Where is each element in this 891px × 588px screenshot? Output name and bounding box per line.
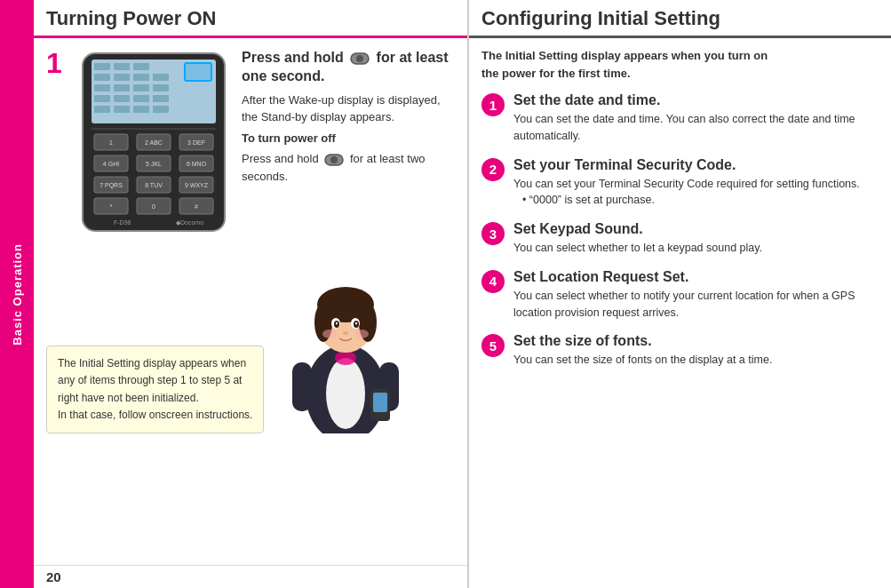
svg-point-54 [326,358,365,429]
right-title: Configuring Initial Setting [481,7,879,30]
character-illustration [274,256,417,433]
right-intro: The Initial Setting display appears when… [481,47,879,82]
svg-rect-7 [114,74,130,81]
config-step-title-1: Set the date and time. [513,92,879,108]
config-step-title-3: Set Keypad Sound. [513,221,762,237]
config-step-content-4: Set Location Request Set.You can select … [513,269,879,322]
svg-rect-16 [133,95,149,102]
config-step-2: 2Set your Terminal Security Code.You can… [481,157,879,210]
config-step-content-5: Set the size of fonts.You can set the si… [513,333,772,369]
svg-rect-15 [114,95,130,102]
config-step-title-2: Set your Terminal Security Code. [513,157,860,173]
config-step-desc-4: You can select whether to notify your cu… [513,288,879,322]
svg-rect-17 [153,95,169,102]
sidebar: Basic Operation [0,0,34,588]
svg-text:0: 0 [152,203,155,210]
svg-rect-14 [94,95,110,102]
svg-rect-18 [94,106,110,113]
columns: Turning Power ON 1 [34,0,891,588]
info-box: The Initial Setting display appears when… [46,346,264,433]
svg-point-68 [354,330,369,338]
svg-rect-13 [153,84,169,91]
svg-text:◆Docomo: ◆Docomo [176,219,203,226]
svg-rect-20 [133,106,149,113]
svg-rect-3 [94,63,110,70]
config-step-desc-2: You can set your Terminal Security Code … [513,176,860,193]
sidebar-label: Basic Operation [11,243,24,346]
config-step-4: 4Set Location Request Set.You can select… [481,269,879,322]
config-step-num-1: 1 [481,93,505,116]
svg-point-55 [335,351,356,365]
svg-rect-2 [185,63,211,81]
svg-text:6 MNO: 6 MNO [187,161,207,167]
svg-text:2 ABC: 2 ABC [145,139,163,146]
svg-text:4 GHI: 4 GHI [103,161,119,167]
step-1-heading: Press and hold for at least one second. [242,49,455,86]
svg-rect-4 [114,63,130,70]
svg-text:F-D98: F-D98 [114,219,131,226]
svg-point-64 [336,322,338,325]
config-step-num-4: 4 [481,270,505,293]
step-1-row: 1 [46,49,455,238]
config-step-5: 5Set the size of fonts.You can set the s… [481,333,879,369]
config-steps: 1Set the date and time.You can set the d… [481,92,879,369]
svg-rect-6 [94,74,110,81]
info-box-area: The Initial Setting display appears when… [46,256,455,433]
right-header: Configuring Initial Setting [469,0,891,38]
svg-text:1: 1 [109,139,113,146]
svg-rect-10 [94,84,110,91]
config-step-bullet-item-2: “0000” is set at purchase. [522,192,860,209]
page-number: 20 [34,565,467,588]
svg-text:3 DEF: 3 DEF [187,139,205,146]
svg-point-52 [330,156,338,163]
step-1-number: 1 [46,49,66,77]
svg-text:*: * [110,203,113,210]
right-body: The Initial Setting display appears when… [469,38,891,588]
svg-point-50 [356,55,363,62]
config-step-content-3: Set Keypad Sound.You can select whether … [513,221,762,257]
svg-point-67 [322,330,337,338]
power-button-icon-2 [324,152,344,168]
right-column: Configuring Initial Setting The Initial … [469,0,891,588]
svg-point-66 [343,331,348,335]
config-step-1: 1Set the date and time.You can set the d… [481,92,879,145]
svg-rect-8 [133,74,149,81]
svg-rect-11 [114,84,130,91]
main-content: Turning Power ON 1 [34,0,891,588]
svg-text:7 PQRS: 7 PQRS [99,182,123,189]
svg-text:8 TUV: 8 TUV [145,182,163,188]
config-step-content-1: Set the date and time.You can set the da… [513,92,879,145]
left-column: Turning Power ON 1 [34,0,469,588]
svg-rect-9 [153,74,169,81]
config-step-title-5: Set the size of fonts. [513,333,772,349]
svg-rect-19 [114,106,130,113]
config-step-title-4: Set Location Request Set. [513,269,879,285]
left-header: Turning Power ON [34,0,467,38]
svg-rect-73 [373,393,387,412]
step-1-text: Press and hold for at least one second. … [242,49,455,188]
config-step-desc-5: You can set the size of fonts on the dis… [513,352,772,369]
svg-rect-21 [153,106,169,113]
config-step-num-2: 2 [481,158,505,181]
svg-text:5 JKL: 5 JKL [146,161,162,167]
left-body: 1 [34,38,467,565]
step-1-para1: After the Wake-up display is displayed, … [242,91,455,126]
config-step-num-5: 5 [481,334,505,357]
turn-power-off-text: Press and hold for at least two seconds. [242,150,455,185]
svg-rect-12 [133,84,149,91]
svg-text:#: # [195,203,198,210]
turn-power-off-label: To turn power off [242,130,455,147]
svg-rect-69 [292,362,312,411]
config-step-num-3: 3 [481,222,505,245]
config-step-3: 3Set Keypad Sound.You can select whether… [481,221,879,257]
svg-point-65 [355,322,357,325]
svg-rect-5 [133,63,149,70]
config-step-desc-3: You can select whether to let a keypad s… [513,240,762,257]
config-step-desc-1: You can set the date and time. You can a… [513,111,879,145]
power-button-icon [350,51,370,67]
config-step-content-2: Set your Terminal Security Code.You can … [513,157,860,210]
svg-text:9 WXYZ: 9 WXYZ [185,182,209,188]
phone-illustration: 1 2 ABC 3 DEF 4 GHI 5 JKL 6 MNO 7 PQRS 8… [78,49,229,238]
config-step-bullets-2: “0000” is set at purchase. [513,192,860,209]
left-title: Turning Power ON [46,7,455,30]
